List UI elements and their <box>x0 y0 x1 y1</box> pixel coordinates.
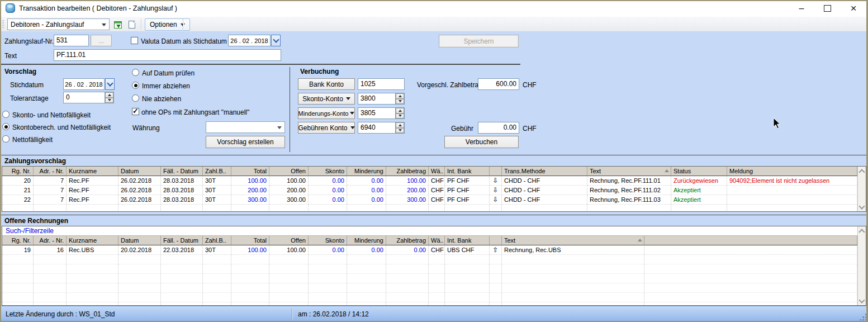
radio-nie-abziehen[interactable] <box>132 94 139 102</box>
column-header-minderung[interactable]: Minderung <box>347 236 386 245</box>
spin-down-icon[interactable] <box>396 113 404 119</box>
module-select[interactable]: Debitoren - Zahlungslauf <box>7 18 110 30</box>
column-header-zahlbetrag[interactable]: Zahlbetrag <box>386 236 429 245</box>
spin-down-icon[interactable] <box>396 99 404 105</box>
close-button[interactable]: × <box>842 1 865 16</box>
column-header-faell[interactable]: Fäll. - Datum <box>161 167 203 176</box>
date-dropdown-button[interactable] <box>105 78 115 90</box>
spin-up-icon[interactable] <box>396 93 404 99</box>
text-input[interactable]: PF.111.01 <box>54 49 281 61</box>
table-row[interactable]: 1916Rec.UBS20.02.201822.03.201830T100.00… <box>2 245 857 255</box>
column-header-filler[interactable] <box>644 236 857 245</box>
column-header-intbank[interactable]: Int. Bank <box>445 236 490 245</box>
spinner-buttons[interactable] <box>395 93 404 104</box>
search-filter-link[interactable]: Such-/Filterzeile <box>6 227 54 235</box>
column-header-zahlbetrag[interactable]: Zahlbetrag <box>386 167 429 176</box>
stichdatum-date-picker[interactable]: 26 . 02 . 2018 <box>63 78 115 90</box>
radio-auf-datum-pruefen[interactable] <box>132 69 139 76</box>
column-header-dir[interactable] <box>490 236 502 245</box>
spinner-buttons[interactable] <box>105 92 113 103</box>
column-header-adr[interactable]: Adr. - Nr. <box>34 236 67 245</box>
column-header-wae[interactable]: Wä.. <box>429 236 445 245</box>
column-header-zahlb[interactable]: Zahl.B.. <box>203 167 231 176</box>
waehrung-select[interactable] <box>206 121 285 133</box>
column-header-offen[interactable]: Offen <box>269 236 309 245</box>
toolbar-grip[interactable] <box>2 20 4 29</box>
column-header-total[interactable]: Total <box>231 167 269 176</box>
scroll-up-icon[interactable] <box>858 167 865 175</box>
scroll-down-icon[interactable] <box>858 297 865 305</box>
bank-konto-input[interactable]: 1025 <box>358 78 405 90</box>
column-header-kurzname[interactable]: Kurzname <box>67 236 118 245</box>
column-header-dir[interactable] <box>490 167 502 176</box>
column-header-total[interactable]: Total <box>231 236 269 245</box>
column-header-skonto[interactable]: Skonto <box>309 236 347 245</box>
spinner-buttons[interactable] <box>395 122 404 133</box>
new-document-button[interactable] <box>126 19 138 30</box>
column-header-rg[interactable]: Rg. Nr. <box>2 167 34 176</box>
skonto-konto-value[interactable]: 3800 <box>358 93 395 104</box>
vorschlag-erstellen-button[interactable]: Vorschlag erstellen <box>206 136 285 148</box>
table-row[interactable]: 217Rec.PF26.02.201828.03.201830T200.0020… <box>2 186 857 195</box>
gebuehren-konto-stepper[interactable]: 6940 <box>358 122 405 134</box>
import-button[interactable] <box>112 19 124 30</box>
resize-grip[interactable] <box>859 313 866 320</box>
vorgeschl-zahlbetrag-input[interactable]: 600.00 <box>478 78 519 90</box>
column-header-intbank[interactable]: Int. Bank <box>445 167 490 176</box>
spin-up-icon[interactable] <box>396 122 404 128</box>
column-header-minderung[interactable]: Minderung <box>347 167 386 176</box>
minderungs-konto-value[interactable]: 3805 <box>358 108 395 119</box>
valuta-checkbox[interactable] <box>131 37 138 44</box>
table-row[interactable]: 227Rec.PF26.02.201828.03.201830T300.0030… <box>2 195 857 205</box>
browse-button[interactable]: ... <box>91 35 112 46</box>
table-row[interactable]: 207Rec.PF26.02.201828.03.201830T100.0010… <box>2 176 857 186</box>
minimize-button[interactable]: – <box>790 1 813 16</box>
search-filter-row[interactable]: Such-/Filterzeile <box>2 226 857 236</box>
bank-konto-button[interactable]: Bank Konto <box>298 78 355 90</box>
radio-nettofaelligkeit[interactable] <box>2 135 10 143</box>
maximize-button[interactable] <box>815 1 839 16</box>
minderungs-konto-stepper[interactable]: 3805 <box>358 107 405 119</box>
verbuchen-button[interactable]: Verbuchen <box>444 136 519 148</box>
spin-up-icon[interactable] <box>105 92 113 98</box>
column-header-status[interactable]: Status <box>671 167 727 176</box>
spinner-buttons[interactable] <box>395 108 404 119</box>
skonto-konto-stepper[interactable]: 3800 <box>358 93 405 105</box>
column-header-trans[interactable]: Trans.Methode <box>502 167 587 176</box>
gebuehren-konto-button[interactable]: Gebühren Konto <box>298 122 355 134</box>
radio-immer-abziehen[interactable] <box>132 82 139 89</box>
toleranztage-value[interactable]: 0 <box>64 92 105 103</box>
column-header-offen[interactable]: Offen <box>269 167 309 176</box>
column-header-faell[interactable]: Fäll. - Datum <box>161 236 203 245</box>
minderungs-konto-button[interactable]: Minderungs-Konto <box>298 107 355 119</box>
column-header-datum[interactable]: Datum <box>118 236 161 245</box>
column-header-wae[interactable]: Wä.. <box>429 167 445 176</box>
valuta-date-picker[interactable]: 26 . 02 . 2018 <box>228 35 281 46</box>
column-header-text[interactable]: Text <box>587 167 671 176</box>
column-header-datum[interactable]: Datum <box>118 167 161 176</box>
column-header-text[interactable]: Text <box>502 236 644 245</box>
gebuehr-input[interactable]: 0.00 <box>478 122 519 134</box>
column-header-skonto[interactable]: Skonto <box>309 167 347 176</box>
column-header-rg[interactable]: Rg. Nr. <box>2 236 34 245</box>
vertical-scrollbar[interactable] <box>857 167 866 211</box>
gebuehren-konto-value[interactable]: 6940 <box>358 122 395 133</box>
spin-up-icon[interactable] <box>396 108 404 113</box>
ohne-ops-checkbox[interactable] <box>132 108 139 115</box>
scroll-up-icon[interactable] <box>858 227 865 235</box>
zahlungslauf-nr-input[interactable]: 531 <box>54 35 89 46</box>
scroll-down-icon[interactable] <box>858 203 865 211</box>
valuta-date-value[interactable]: 26 . 02 . 2018 <box>228 35 271 46</box>
column-header-kurzname[interactable]: Kurzname <box>67 167 118 176</box>
toleranztage-stepper[interactable]: 0 <box>63 92 114 103</box>
column-header-meldung[interactable]: Meldung <box>727 167 857 176</box>
spin-down-icon[interactable] <box>396 128 404 134</box>
skonto-konto-button[interactable]: Skonto-Konto <box>298 93 355 105</box>
spin-down-icon[interactable] <box>105 98 113 103</box>
radio-skontoberech-netto[interactable] <box>2 123 10 130</box>
date-dropdown-button[interactable] <box>271 35 281 46</box>
stichdatum-value[interactable]: 26 . 02 . 2018 <box>63 78 105 90</box>
column-header-adr[interactable]: Adr. - Nr. <box>34 167 67 176</box>
vertical-scrollbar[interactable] <box>857 226 866 305</box>
column-header-zahlb[interactable]: Zahl.B.. <box>203 236 231 245</box>
